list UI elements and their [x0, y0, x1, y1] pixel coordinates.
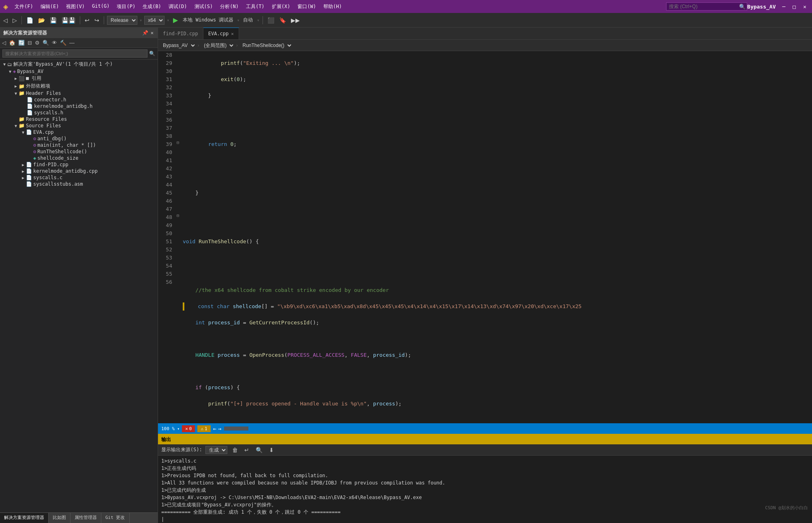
find-pid-icon: 📄	[26, 162, 32, 167]
warning-count[interactable]: ⚠ 1	[197, 425, 210, 432]
se-tb-collapse[interactable]: ⊟	[26, 39, 33, 47]
nav-forward-btn[interactable]: →	[218, 425, 221, 432]
tree-item-main-fn[interactable]: ⚙ main(int, char * [])	[0, 142, 158, 148]
toolbar-redo-btn[interactable]: ↪	[93, 16, 101, 24]
tab-find-pid[interactable]: find-PID.cpp	[158, 28, 203, 39]
toolbar-forward-btn[interactable]: ▷	[11, 16, 19, 24]
search-icon[interactable]: 🔍	[739, 4, 746, 10]
output-auto-scroll-btn[interactable]: ⬇	[267, 446, 276, 454]
code-line-40	[183, 254, 812, 262]
tree-item-syscalls-c[interactable]: ▶ 📄 syscalls.c	[0, 174, 158, 181]
editor-scroll[interactable]: 2829303132 3334353637 3839404142 4344454…	[158, 51, 812, 423]
menu-help[interactable]: 帮助(H)	[320, 2, 345, 11]
se-tb-filter[interactable]: 🔍	[41, 39, 50, 47]
se-tb-back[interactable]: ◁	[1, 39, 7, 47]
se-tb-tools2[interactable]: —	[68, 39, 76, 47]
zoom-dropdown[interactable]: ▾	[177, 427, 179, 431]
menu-test[interactable]: 测试(S)	[191, 2, 216, 11]
menu-analyze[interactable]: 分析(N)	[217, 2, 242, 11]
toolbar-back-btn[interactable]: ◁	[2, 16, 9, 24]
code-line-39: void RunTheShellcode() {	[183, 238, 812, 246]
search-input[interactable]	[666, 2, 747, 11]
menu-view[interactable]: 视图(V)	[63, 2, 88, 11]
se-search-input[interactable]	[2, 49, 147, 58]
tree-item-syscallsstubs[interactable]: 📄 syscallsstubs.asm	[0, 181, 158, 187]
tree-item-run-shellcode[interactable]: ⚙ RunTheShellcode()	[0, 148, 158, 155]
se-tb-sync[interactable]: 🔄	[17, 39, 26, 47]
menu-extensions[interactable]: 扩展(X)	[269, 2, 294, 11]
menu-window[interactable]: 窗口(W)	[294, 2, 319, 11]
tree-item-find-pid[interactable]: ▶ 📄 find-PID.cpp	[0, 161, 158, 168]
pin-icon[interactable]: 📌	[141, 29, 149, 36]
se-tab-diagram[interactable]: 比如图	[49, 513, 71, 523]
code-content[interactable]: printf("Exiting ... \n"); exit(0); } ret…	[179, 51, 812, 423]
output-source-label: 显示输出来源(S):	[161, 446, 202, 453]
tab-eva-close[interactable]: ✕	[231, 31, 234, 36]
bc-scope-select[interactable]: (全局范围)	[201, 41, 235, 49]
output-find-btn[interactable]: 🔍	[254, 446, 264, 454]
platform-select[interactable]: x64 x86	[144, 16, 165, 25]
tree-item-eva-cpp[interactable]: ▼ 📄 EVA.cpp	[0, 129, 158, 135]
minimize-btn[interactable]: ─	[780, 3, 788, 11]
toolbar-open-btn[interactable]: 📂	[36, 16, 47, 24]
maximize-btn[interactable]: □	[790, 3, 798, 11]
tree-item-source-files[interactable]: ▼ 📁 Source Files	[0, 122, 158, 129]
se-tab-git[interactable]: Git 更改	[101, 513, 130, 523]
toolbar-undo-btn[interactable]: ↩	[83, 16, 91, 24]
anti-dbg-fn-icon: ⚙	[33, 136, 36, 141]
toolbar-more-btn[interactable]: ▶▶	[289, 16, 301, 24]
tree-item-ref[interactable]: ▶ ⬛ ■ 引用	[0, 75, 158, 82]
code-line-47	[183, 367, 812, 375]
tab-eva-cpp[interactable]: EVA.cpp ✕	[203, 28, 239, 39]
tree-item-shellcode-size[interactable]: ◈ shellcode_size	[0, 155, 158, 161]
error-count[interactable]: ✕ 0	[182, 425, 195, 432]
fold-btn-48[interactable]: ⊟	[176, 213, 179, 221]
config-select[interactable]: Release Debug	[107, 16, 137, 25]
menu-debug[interactable]: 调试(D)	[165, 2, 190, 11]
zoom-level[interactable]: 100 %	[161, 426, 175, 431]
se-tab-props[interactable]: 属性管理器	[71, 513, 101, 523]
se-tb-settings[interactable]: ⚙	[34, 39, 41, 47]
se-close-icon[interactable]: ✕	[150, 29, 154, 36]
close-btn[interactable]: ✕	[801, 3, 809, 11]
se-tb-home[interactable]: 🏠	[8, 39, 17, 47]
header-files-label: Header Files	[26, 90, 61, 96]
ext-label: 外部依赖项	[26, 83, 50, 90]
toolbar-bookmark-btn[interactable]: 🔖	[278, 16, 288, 24]
tree-item-syscalls-h[interactable]: 📄 syscalls.h	[0, 109, 158, 116]
tree-item-resource-files[interactable]: 📁 Resource Files	[0, 116, 158, 122]
toolbar-sep-4	[263, 16, 263, 24]
tree-item-bypass-av[interactable]: ▼ ◈ Bypass_AV	[0, 68, 158, 75]
nav-back-btn[interactable]: ←	[213, 425, 216, 432]
menu-project[interactable]: 项目(P)	[113, 2, 139, 11]
toolbar-new-btn[interactable]: 📄	[25, 16, 35, 24]
bc-project-select[interactable]: Bypass_AV	[160, 41, 196, 49]
toolbar-breakpoint-btn[interactable]: ⬛	[266, 16, 276, 24]
tree-item-anti-dbg[interactable]: ⚙ anti_dbg()	[0, 135, 158, 142]
fold-btn-39[interactable]: ⊟	[176, 140, 179, 148]
tree-item-header-files[interactable]: ▼ 📁 Header Files	[0, 90, 158, 96]
tree-item-solution[interactable]: ▼ 🗂 解决方案'Bypass_AV'(1 个项目/共 1 个)	[0, 60, 158, 68]
toolbar-saveall-btn[interactable]: 💾💾	[60, 16, 77, 24]
debug-play-btn[interactable]: ▶	[171, 15, 179, 25]
menu-tools[interactable]: 工具(T)	[243, 2, 268, 11]
tree-item-kernelmode-cpp[interactable]: ▶ 📄 kernelmode_antidbg.cpp	[0, 168, 158, 174]
tree-item-connector-h[interactable]: 📄 connector.h	[0, 96, 158, 103]
output-word-wrap-btn[interactable]: ↵	[243, 446, 251, 454]
bc-symbol-select[interactable]: RunTheShellcode()	[239, 41, 293, 49]
output-cursor: |	[161, 516, 809, 521]
se-search-icon[interactable]: 🔍	[149, 51, 155, 56]
output-source-select[interactable]: 生成	[205, 446, 227, 454]
menu-edit[interactable]: 编辑(E)	[37, 2, 62, 11]
menu-git[interactable]: Git(G)	[89, 2, 113, 11]
menu-file[interactable]: 文件(F)	[11, 2, 36, 11]
tree-item-kernelmode-h[interactable]: 📄 kernelmode_antidbg.h	[0, 103, 158, 109]
se-tb-tools1[interactable]: 🔨	[59, 39, 68, 47]
se-tb-preview[interactable]: 👁	[51, 39, 58, 47]
output-clear-btn[interactable]: 🗑	[231, 446, 239, 454]
se-tab-solution[interactable]: 解决方案资源管理器	[0, 513, 49, 523]
menu-build[interactable]: 生成(B)	[139, 2, 165, 11]
toolbar-save-btn[interactable]: 💾	[48, 16, 58, 24]
output-content[interactable]: 1>syscalls.c 1>正在生成代码 1>Previous IPDB no…	[158, 456, 812, 523]
tree-item-ext[interactable]: ▶ 📁 外部依赖项	[0, 82, 158, 90]
